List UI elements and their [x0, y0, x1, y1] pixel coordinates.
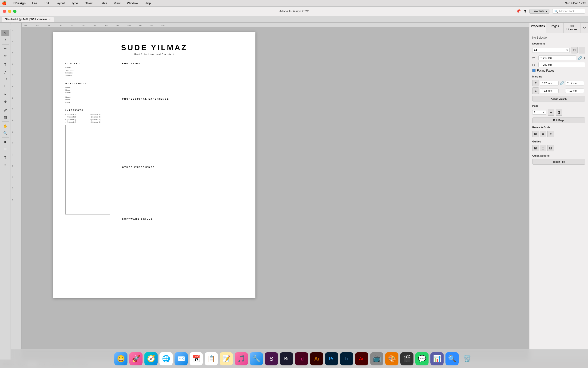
frame-tool[interactable]: ⬚ [1, 75, 9, 82]
close-button[interactable] [3, 10, 6, 13]
tab-cc-libraries[interactable]: CC Libraries [563, 23, 580, 33]
dock-teams[interactable]: 📊 [430, 352, 444, 365]
tab-close-button[interactable]: ✕ [49, 18, 51, 21]
menubar-help[interactable]: Help [143, 1, 152, 5]
guides-all-icon[interactable]: ⊞ [532, 145, 539, 151]
dock-finder[interactable]: 😀 [114, 352, 127, 365]
pen-tool[interactable]: ✒ [1, 46, 9, 52]
apple-icon[interactable]: 🍎 [2, 1, 7, 5]
pencil-tool[interactable]: ✏ [1, 53, 9, 59]
share-icon: ⬆ [524, 9, 527, 13]
gradient-tool[interactable]: ▨ [1, 114, 9, 120]
dock-slack[interactable]: S [265, 352, 278, 365]
shape-tool[interactable]: □ [1, 83, 9, 89]
dock-chrome[interactable]: 🌐 [159, 352, 173, 365]
margin-bottom-input[interactable]: ⌃ 12 mm [540, 89, 559, 93]
portrait-icon[interactable]: □ [571, 47, 578, 54]
menubar-view[interactable]: View [113, 1, 122, 5]
dock-trash[interactable]: 🗑️ [461, 352, 474, 365]
dock-calendar[interactable]: 📅 [190, 352, 203, 365]
essentials-dropdown[interactable]: Essentials ∨ [529, 9, 549, 14]
adjust-layout-button[interactable]: Adjust Layout [532, 96, 585, 101]
dock-reminders[interactable]: 📋 [205, 352, 218, 365]
baseline-grid-icon[interactable]: ≡ [540, 131, 546, 137]
contact-address: Address: [65, 74, 113, 76]
dock-whatsapp[interactable]: 💬 [415, 352, 429, 365]
delete-page-icon[interactable]: 🗑 [556, 109, 562, 116]
dock-lightroom[interactable]: Lr [340, 352, 353, 365]
portfolio-image-box [65, 125, 110, 214]
zoom-tool[interactable]: 🔍 [1, 130, 9, 136]
menubar-object[interactable]: Object [83, 1, 95, 5]
dock-launchpad[interactable]: 🚀 [129, 352, 142, 365]
menubar: 🍎 InDesign File Edit Layout Type Object … [0, 0, 588, 7]
guides-spread-icon[interactable]: ⊡ [540, 145, 546, 151]
eye-dropper-tool[interactable]: 🖊 [1, 107, 9, 113]
height-input[interactable]: ⌃ 297 mm [538, 62, 585, 67]
normal-mode[interactable]: T [1, 154, 9, 161]
interest-7: • [Interest 7] [90, 119, 113, 120]
fill-color[interactable]: ■ [1, 138, 9, 145]
page-number-select[interactable]: 1 ∨ [532, 110, 546, 115]
margin-top-input[interactable]: ⌃ 12 mm [540, 81, 559, 85]
panel-document-title: Document [532, 42, 585, 45]
dock-acrobat[interactable]: Ac [355, 352, 368, 365]
dock-xcode[interactable]: 🔧 [250, 352, 263, 365]
line-tool[interactable]: ╱ [1, 68, 9, 75]
dock-mail[interactable]: ✉️ [175, 352, 188, 365]
panel-tabs: Properties Pages CC Libraries >> [529, 23, 588, 33]
width-input[interactable]: ⌃ 210 mm [538, 55, 576, 60]
left-ruler: 0 2 4 6 8 10 12 14 16 18 20 22 24 26 28 … [11, 27, 22, 359]
panel-margins-title: Margins [532, 75, 585, 78]
dock-media[interactable]: 📺 [370, 352, 383, 365]
dock-illustrator[interactable]: Ai [310, 352, 323, 365]
interests-section: INTERESTS • [Interest 1] • [Interest 5] [65, 109, 113, 214]
selection-tool[interactable]: ↖ [1, 30, 9, 36]
dock-safari[interactable]: 🧭 [144, 352, 158, 365]
dock-music[interactable]: 🎵 [235, 352, 248, 365]
landscape-icon[interactable]: ▭ [579, 47, 585, 54]
panel-more-button[interactable]: >> [580, 23, 588, 33]
dock-photoshop[interactable]: Ps [325, 352, 338, 365]
hand-tool[interactable]: ✋ [1, 123, 9, 129]
guides-page-icon[interactable]: ⊟ [547, 145, 554, 151]
text-tool[interactable]: T [1, 61, 9, 68]
document-grid-icon[interactable]: # [547, 131, 554, 137]
import-file-button[interactable]: Import File [532, 159, 585, 165]
menubar-table[interactable]: Table [98, 1, 109, 5]
maximize-button[interactable] [13, 10, 17, 13]
document-tab[interactable]: *Untitled-1 @ 44% [GPU Preview] ✕ [2, 17, 54, 22]
dock-notes[interactable]: 📝 [220, 352, 233, 365]
contact-linkedin: LinkedIn: [65, 72, 113, 74]
education-section: EDUCATION [122, 62, 243, 65]
scissors-tool[interactable]: ✂ [1, 91, 9, 98]
menubar-file[interactable]: File [31, 1, 39, 5]
tab-pages[interactable]: Pages [546, 23, 563, 33]
dock-bridge[interactable]: Br [280, 352, 293, 365]
edit-page-button[interactable]: Edit Page [532, 118, 585, 123]
canvas-area[interactable]: -160 -120 -80 -40 0 40 80 120 160 200 24… [11, 23, 529, 359]
dock-cinema[interactable]: 🎬 [400, 352, 413, 365]
menubar-type[interactable]: Type [70, 1, 79, 5]
dock-zoom[interactable]: 🔍 [446, 352, 459, 365]
view-mode[interactable]: ≡ [1, 161, 9, 168]
chevron-down-icon: ∨ [566, 49, 568, 52]
rulers-icon[interactable]: ⊞ [532, 131, 539, 137]
stroke-color[interactable]: ⬜ [1, 146, 9, 152]
dock-indesign[interactable]: Id [295, 352, 308, 365]
menubar-window[interactable]: Window [126, 1, 139, 5]
margin-right-input[interactable]: ⌃ 12 mm [565, 81, 584, 85]
page-size-select[interactable]: A4 ∨ [532, 48, 570, 53]
direct-selection-tool[interactable]: ↗ [1, 37, 9, 43]
menubar-indesign[interactable]: InDesign [11, 1, 27, 5]
minimize-button[interactable] [8, 10, 11, 13]
margin-left-input[interactable]: ⌃ 12 mm [565, 89, 584, 93]
facing-pages-checkbox[interactable]: ✓ [532, 69, 535, 72]
add-page-icon[interactable]: + [548, 109, 554, 116]
transform-tool[interactable]: ⊕ [1, 98, 9, 105]
menubar-edit[interactable]: Edit [42, 1, 50, 5]
menubar-layout[interactable]: Layout [54, 1, 66, 5]
adobe-stock-search[interactable]: 🔍 Adobe Stock [552, 9, 585, 14]
tab-properties[interactable]: Properties [529, 23, 546, 33]
dock-blender[interactable]: 🎨 [385, 352, 398, 365]
